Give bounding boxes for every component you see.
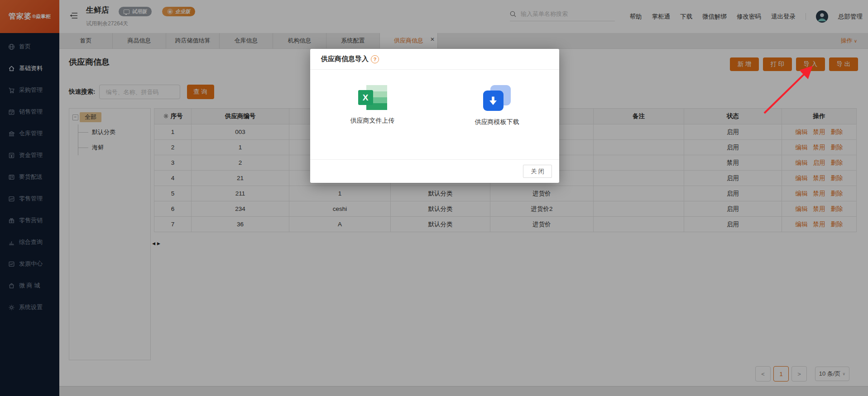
download-icon — [483, 85, 511, 111]
dialog-title: 供应商信息导入 — [321, 55, 369, 63]
excel-icon: X — [358, 85, 387, 110]
close-dialog-button[interactable]: 关 闭 — [523, 165, 552, 178]
upload-supplier-file-option[interactable]: X 供应商文件上传 — [339, 85, 407, 159]
dialog-header: 供应商信息导入 ? — [310, 49, 559, 70]
app-window: 首页 基础资料 采购管理 销售管理 仓库管理 资金管理 — [0, 0, 868, 396]
import-dialog: 供应商信息导入 ? X 供应商文件上传 供应商模板下载 — [310, 49, 559, 183]
help-question-icon[interactable]: ? — [371, 55, 379, 63]
download-option-label: 供应商模板下载 — [463, 118, 531, 126]
download-template-option[interactable]: 供应商模板下载 — [463, 85, 531, 159]
dialog-footer: 关 闭 — [310, 159, 559, 183]
upload-option-label: 供应商文件上传 — [339, 117, 407, 125]
dialog-body: X 供应商文件上传 供应商模板下载 — [310, 70, 559, 159]
